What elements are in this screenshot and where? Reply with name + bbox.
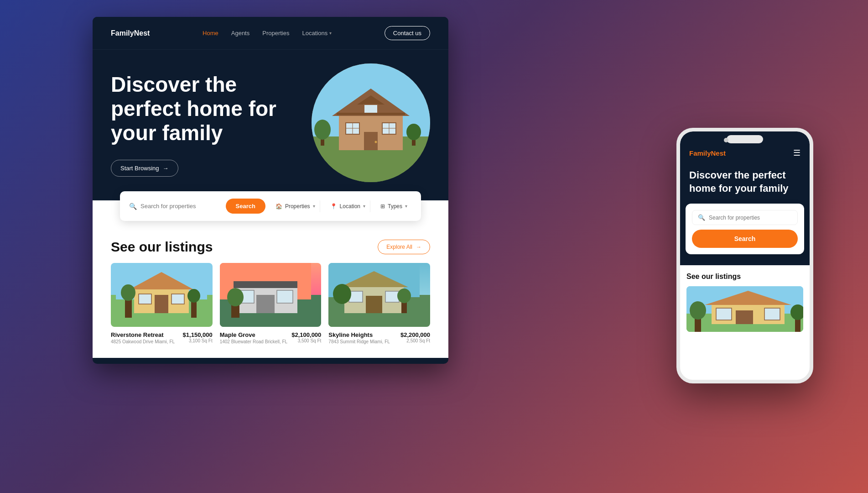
properties-filter[interactable]: 🏠 Properties ▾ [271,200,320,212]
mobile-logo: FamilyNest [689,149,726,157]
types-chevron-icon: ▾ [405,204,407,209]
desktop-logo: FamilyNest [111,29,150,37]
mobile-search-card: 🔍 Search [686,204,804,254]
svg-point-57 [690,301,706,320]
listing-name: Riverstone Retreat [111,331,175,338]
property-image-2 [220,263,311,327]
location-pin-icon: 📍 [330,203,337,210]
hero-title: Discover the perfect home for your famil… [111,73,284,145]
search-input[interactable] [140,203,220,210]
svg-point-46 [333,284,351,304]
nav-agents[interactable]: Agents [231,30,249,37]
mobile-search-input-area: 🔍 [692,210,798,225]
phone-camera-icon [724,138,728,142]
listing-info: Skyline Heights 7843 Summit Ridge Miami,… [328,331,430,344]
property-image-3 [328,263,420,327]
listings-grid: Riverstone Retreat 4825 Oakwood Drive Mi… [111,263,430,344]
svg-point-27 [121,284,135,301]
locations-chevron-icon: ▾ [329,31,332,36]
desktop-nav: FamilyNest Home Agents Properties Locati… [93,17,448,50]
properties-icon: 🏠 [275,203,282,210]
mobile-hero: Discover the perfect home for your famil… [680,164,810,204]
house-illustration [312,63,430,182]
search-bar: 🔍 Search 🏠 Properties ▾ 📍 Location ▾ ⊞ T… [120,191,421,221]
mobile-listings-title: See our listings [686,273,803,281]
hero-house-image [312,63,430,182]
hamburger-menu-icon[interactable]: ☰ [793,148,800,158]
svg-point-14 [406,124,421,140]
svg-point-38 [227,288,244,306]
mobile-mockup: FamilyNest ☰ Discover the perfect home f… [676,128,813,383]
listing-card: Maple Grove 1402 Bluewater Road Brickell… [220,263,322,344]
svg-rect-33 [234,281,297,288]
listing-card: Riverstone Retreat 4825 Oakwood Drive Mi… [111,263,213,344]
listing-name: Maple Grove [220,331,287,338]
listing-image [111,263,213,327]
listing-price: $2,200,000 [400,331,430,338]
listings-header: See our listings Explore All → [111,230,430,263]
svg-point-48 [397,288,411,303]
svg-rect-36 [277,290,293,303]
desktop-hero: Discover the perfect home for your famil… [93,50,448,200]
listing-image [328,263,430,327]
listing-address: 7843 Summit Ridge Miami, FL [328,339,390,344]
listing-sqft: 3,500 Sq Ft [291,338,321,343]
page-background: FamilyNest Home Agents Properties Locati… [0,0,868,493]
svg-point-29 [187,289,200,303]
types-grid-icon: ⊞ [380,203,385,210]
svg-rect-34 [256,295,275,313]
nav-home[interactable]: Home [203,30,218,37]
phone-notch [727,135,763,143]
property-image-1 [116,263,207,327]
mobile-search-icon: 🔍 [698,214,705,221]
listing-info: Riverstone Retreat 4825 Oakwood Drive Mi… [111,331,213,344]
search-input-area: 🔍 [129,203,220,210]
svg-rect-55 [764,308,780,320]
mobile-property-image [686,286,803,332]
listing-address: 4825 Oakwood Drive Miami, FL [111,339,175,344]
mobile-hero-title: Discover the perfect home for your famil… [689,169,800,195]
nav-locations[interactable]: Locations ▾ [302,30,332,37]
listing-info: Maple Grove 1402 Bluewater Road Brickell… [220,331,322,344]
listings-section: See our listings Explore All → [93,230,448,358]
mobile-screen: FamilyNest ☰ Discover the perfect home f… [680,131,810,380]
svg-rect-24 [139,294,151,304]
mobile-search-input[interactable] [709,215,792,221]
listing-sqft: 3,100 Sq Ft [183,338,213,343]
mobile-search-button[interactable]: Search [692,230,798,248]
svg-point-12 [314,120,331,140]
listing-image [220,263,322,327]
svg-rect-43 [366,296,382,313]
svg-rect-23 [155,295,168,313]
nav-links: Home Agents Properties Locations ▾ [203,30,332,37]
mobile-listing-image [686,286,803,332]
location-filter[interactable]: 📍 Location ▾ [326,200,370,212]
contact-us-button[interactable]: Contact us [385,26,430,40]
svg-point-8 [375,141,377,143]
svg-rect-45 [385,291,399,302]
listing-price: $2,100,000 [291,331,321,338]
svg-rect-10 [337,113,405,115]
nav-properties[interactable]: Properties [262,30,289,37]
types-filter[interactable]: ⊞ Types ▾ [376,200,412,212]
listing-price: $1,150,000 [183,331,213,338]
mobile-listings-section: See our listings [680,265,810,339]
svg-rect-54 [716,308,732,320]
listings-title: See our listings [111,239,213,255]
listing-sqft: 2,500 Sq Ft [400,338,430,343]
location-chevron-icon: ▾ [363,204,365,209]
properties-chevron-icon: ▾ [313,204,315,209]
listing-name: Skyline Heights [328,331,390,338]
svg-rect-53 [736,310,753,324]
search-icon: 🔍 [129,203,137,210]
explore-arrow-icon: → [416,244,421,250]
svg-rect-9 [364,105,378,114]
explore-all-button[interactable]: Explore All → [378,240,430,254]
arrow-icon: → [163,165,169,172]
svg-rect-25 [172,294,184,304]
search-button[interactable]: Search [226,199,265,214]
desktop-browser: FamilyNest Home Agents Properties Locati… [93,17,448,364]
listing-card: Skyline Heights 7843 Summit Ridge Miami,… [328,263,430,344]
listing-address: 1402 Bluewater Road Brickell, FL [220,339,287,344]
start-browsing-button[interactable]: Start Browsing → [111,160,178,177]
